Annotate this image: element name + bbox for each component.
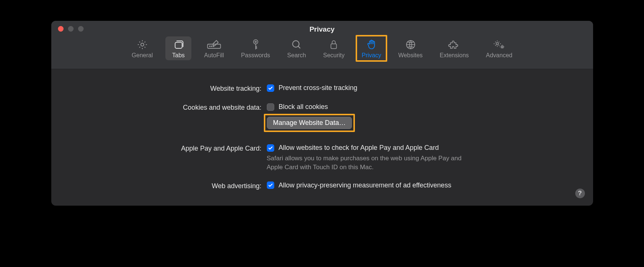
minimize-window-button[interactable] [68, 26, 74, 32]
svg-point-3 [210, 46, 210, 46]
tab-label: Advanced [486, 52, 512, 59]
ad-measurement-checkbox[interactable]: Allow privacy-preserving measurement of … [267, 181, 578, 189]
tab-search[interactable]: Search [283, 36, 311, 60]
key-icon [251, 38, 260, 51]
globe-icon [405, 38, 416, 51]
apple-pay-description: Safari allows you to make purchases on t… [267, 154, 475, 172]
svg-point-0 [141, 43, 144, 46]
svg-rect-9 [331, 44, 337, 49]
tab-label: General [132, 52, 153, 59]
lock-icon [329, 38, 339, 51]
checkbox-label: Allow websites to check for Apple Pay an… [279, 144, 439, 152]
tab-general[interactable]: General [127, 36, 157, 60]
website-tracking-row: Website tracking: Prevent cross-site tra… [66, 84, 578, 93]
checkbox-label: Block all cookies [279, 103, 328, 111]
tab-label: Tabs [172, 52, 185, 59]
apple-pay-row: Apple Pay and Apple Card: Allow websites… [66, 144, 578, 172]
svg-rect-1 [175, 42, 182, 48]
tab-extensions[interactable]: Extensions [435, 36, 473, 60]
tab-advanced[interactable]: Advanced [482, 36, 517, 60]
tab-label: Extensions [440, 52, 469, 59]
svg-point-7 [255, 41, 256, 43]
titlebar: Privacy General Tabs AutoFill [51, 21, 593, 69]
checkbox-checked-icon [267, 144, 274, 152]
checkbox-checked-icon [267, 181, 274, 189]
tabs-icon [172, 38, 184, 51]
hand-icon [366, 38, 377, 51]
gears-icon [493, 38, 505, 51]
svg-point-4 [211, 46, 212, 46]
gear-icon [137, 38, 148, 51]
window-title: Privacy [51, 21, 593, 33]
tab-security[interactable]: Security [319, 36, 349, 60]
checkbox-label: Prevent cross-site tracking [279, 84, 357, 92]
web-advertising-row: Web advertising: Allow privacy-preservin… [66, 181, 578, 191]
tab-label: Passwords [241, 52, 270, 59]
svg-point-6 [253, 40, 258, 44]
prevent-cross-site-checkbox[interactable]: Prevent cross-site tracking [267, 84, 578, 92]
svg-point-8 [293, 41, 300, 47]
tab-websites[interactable]: Websites [394, 36, 427, 60]
tab-tabs[interactable]: Tabs [165, 36, 191, 60]
manage-website-data-button[interactable]: Manage Website Data… [267, 117, 352, 129]
preferences-window: Privacy General Tabs AutoFill [51, 21, 593, 206]
window-controls [58, 26, 84, 32]
privacy-pane: Website tracking: Prevent cross-site tra… [51, 69, 593, 206]
row-label: Web advertising: [66, 181, 267, 190]
tab-passwords[interactable]: Passwords [237, 36, 275, 60]
block-all-cookies-checkbox[interactable]: Block all cookies [267, 103, 578, 111]
svg-point-11 [496, 43, 498, 45]
checkbox-unchecked-icon [267, 103, 274, 111]
puzzle-icon [448, 38, 460, 51]
tab-label: Privacy [362, 52, 381, 59]
apple-pay-checkbox[interactable]: Allow websites to check for Apple Pay an… [267, 144, 578, 152]
tab-label: Security [323, 52, 345, 59]
pencil-field-icon [207, 38, 221, 51]
tab-label: Search [287, 52, 306, 59]
close-window-button[interactable] [58, 26, 64, 32]
help-button[interactable]: ? [575, 189, 585, 198]
checkbox-label: Allow privacy-preserving measurement of … [279, 181, 452, 189]
svg-point-5 [213, 46, 214, 46]
checkbox-checked-icon [267, 84, 274, 92]
magnifier-icon [291, 38, 302, 51]
tab-label: AutoFill [204, 52, 224, 59]
tab-privacy[interactable]: Privacy [357, 36, 385, 60]
svg-point-12 [501, 46, 503, 48]
zoom-window-button[interactable] [78, 26, 84, 32]
cookies-row: Cookies and website data: Block all cook… [66, 103, 578, 129]
tab-label: Websites [398, 52, 423, 59]
tab-autofill[interactable]: AutoFill [200, 36, 228, 60]
row-label: Cookies and website data: [66, 103, 267, 112]
row-label: Website tracking: [66, 84, 267, 93]
preferences-toolbar: General Tabs AutoFill Passwords [51, 36, 593, 63]
row-label: Apple Pay and Apple Card: [66, 144, 267, 152]
